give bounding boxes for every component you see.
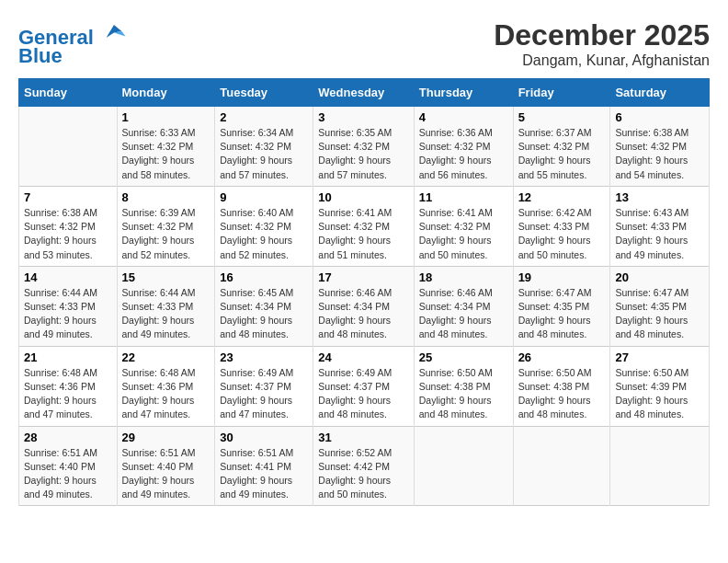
calendar-cell: 3Sunrise: 6:35 AM Sunset: 4:32 PM Daylig… bbox=[313, 107, 414, 187]
day-info: Sunrise: 6:52 AM Sunset: 4:42 PM Dayligh… bbox=[318, 446, 408, 502]
calendar-cell: 21Sunrise: 6:48 AM Sunset: 4:36 PM Dayli… bbox=[19, 346, 118, 426]
day-info: Sunrise: 6:50 AM Sunset: 4:38 PM Dayligh… bbox=[419, 366, 508, 422]
day-number: 28 bbox=[24, 431, 112, 444]
logo: General Blue bbox=[18, 18, 127, 67]
day-number: 20 bbox=[615, 270, 704, 284]
week-row-2: 7Sunrise: 6:38 AM Sunset: 4:32 PM Daylig… bbox=[19, 186, 710, 266]
day-info: Sunrise: 6:44 AM Sunset: 4:33 PM Dayligh… bbox=[24, 286, 112, 342]
header-sunday: Sunday bbox=[19, 79, 118, 107]
day-info: Sunrise: 6:42 AM Sunset: 4:33 PM Dayligh… bbox=[518, 206, 606, 262]
day-number: 22 bbox=[122, 350, 210, 364]
logo-bird-icon bbox=[101, 18, 127, 44]
day-info: Sunrise: 6:46 AM Sunset: 4:34 PM Dayligh… bbox=[419, 286, 508, 342]
calendar-cell: 7Sunrise: 6:38 AM Sunset: 4:32 PM Daylig… bbox=[19, 186, 118, 266]
calendar-cell: 15Sunrise: 6:44 AM Sunset: 4:33 PM Dayli… bbox=[117, 266, 215, 346]
title-block: December 2025 Dangam, Kunar, Afghanistan bbox=[494, 18, 710, 69]
calendar-cell: 13Sunrise: 6:43 AM Sunset: 4:33 PM Dayli… bbox=[610, 186, 710, 266]
calendar-cell: 12Sunrise: 6:42 AM Sunset: 4:33 PM Dayli… bbox=[513, 186, 610, 266]
day-number: 24 bbox=[318, 350, 408, 364]
week-row-5: 28Sunrise: 6:51 AM Sunset: 4:40 PM Dayli… bbox=[19, 426, 710, 506]
day-info: Sunrise: 6:38 AM Sunset: 4:32 PM Dayligh… bbox=[24, 206, 112, 262]
day-info: Sunrise: 6:47 AM Sunset: 4:35 PM Dayligh… bbox=[615, 286, 704, 342]
calendar-cell: 20Sunrise: 6:47 AM Sunset: 4:35 PM Dayli… bbox=[610, 266, 710, 346]
calendar-cell: 9Sunrise: 6:40 AM Sunset: 4:32 PM Daylig… bbox=[215, 186, 313, 266]
calendar-cell: 19Sunrise: 6:47 AM Sunset: 4:35 PM Dayli… bbox=[513, 266, 610, 346]
day-info: Sunrise: 6:51 AM Sunset: 4:41 PM Dayligh… bbox=[220, 446, 308, 502]
day-number: 29 bbox=[122, 431, 210, 444]
day-info: Sunrise: 6:48 AM Sunset: 4:36 PM Dayligh… bbox=[122, 366, 210, 422]
week-row-4: 21Sunrise: 6:48 AM Sunset: 4:36 PM Dayli… bbox=[19, 346, 710, 426]
day-number: 4 bbox=[419, 110, 508, 124]
calendar-cell bbox=[610, 426, 710, 506]
calendar-cell bbox=[513, 426, 610, 506]
page-header: General Blue December 2025 Dangam, Kunar… bbox=[18, 18, 710, 69]
calendar-cell: 28Sunrise: 6:51 AM Sunset: 4:40 PM Dayli… bbox=[19, 426, 118, 506]
day-number: 19 bbox=[518, 270, 606, 284]
calendar-cell: 23Sunrise: 6:49 AM Sunset: 4:37 PM Dayli… bbox=[215, 346, 313, 426]
day-info: Sunrise: 6:36 AM Sunset: 4:32 PM Dayligh… bbox=[419, 126, 508, 182]
day-number: 15 bbox=[122, 270, 210, 284]
calendar-cell: 10Sunrise: 6:41 AM Sunset: 4:32 PM Dayli… bbox=[313, 186, 414, 266]
day-info: Sunrise: 6:45 AM Sunset: 4:34 PM Dayligh… bbox=[220, 286, 308, 342]
day-info: Sunrise: 6:40 AM Sunset: 4:32 PM Dayligh… bbox=[220, 206, 308, 262]
calendar-cell: 26Sunrise: 6:50 AM Sunset: 4:38 PM Dayli… bbox=[513, 346, 610, 426]
day-number: 13 bbox=[615, 190, 704, 204]
day-info: Sunrise: 6:43 AM Sunset: 4:33 PM Dayligh… bbox=[615, 206, 704, 262]
day-info: Sunrise: 6:48 AM Sunset: 4:36 PM Dayligh… bbox=[24, 366, 112, 422]
day-number: 9 bbox=[220, 190, 308, 204]
day-info: Sunrise: 6:51 AM Sunset: 4:40 PM Dayligh… bbox=[24, 446, 112, 502]
calendar-cell: 2Sunrise: 6:34 AM Sunset: 4:32 PM Daylig… bbox=[215, 107, 313, 187]
week-row-1: 1Sunrise: 6:33 AM Sunset: 4:32 PM Daylig… bbox=[19, 107, 710, 187]
day-number: 7 bbox=[24, 190, 112, 204]
calendar-cell: 27Sunrise: 6:50 AM Sunset: 4:39 PM Dayli… bbox=[610, 346, 710, 426]
day-number: 31 bbox=[318, 431, 408, 444]
calendar-cell: 16Sunrise: 6:45 AM Sunset: 4:34 PM Dayli… bbox=[215, 266, 313, 346]
header-saturday: Saturday bbox=[610, 79, 710, 107]
header-monday: Monday bbox=[117, 79, 215, 107]
day-info: Sunrise: 6:37 AM Sunset: 4:32 PM Dayligh… bbox=[518, 126, 606, 182]
day-info: Sunrise: 6:35 AM Sunset: 4:32 PM Dayligh… bbox=[318, 126, 408, 182]
day-info: Sunrise: 6:46 AM Sunset: 4:34 PM Dayligh… bbox=[318, 286, 408, 342]
day-number: 2 bbox=[220, 110, 308, 124]
calendar-cell: 29Sunrise: 6:51 AM Sunset: 4:40 PM Dayli… bbox=[117, 426, 215, 506]
day-number: 16 bbox=[220, 270, 308, 284]
header-wednesday: Wednesday bbox=[313, 79, 414, 107]
calendar-cell: 18Sunrise: 6:46 AM Sunset: 4:34 PM Dayli… bbox=[414, 266, 513, 346]
day-number: 26 bbox=[518, 350, 606, 364]
day-number: 8 bbox=[122, 190, 210, 204]
day-number: 30 bbox=[220, 431, 308, 444]
day-number: 14 bbox=[24, 270, 112, 284]
calendar-cell: 31Sunrise: 6:52 AM Sunset: 4:42 PM Dayli… bbox=[313, 426, 414, 506]
month-title: December 2025 bbox=[494, 18, 710, 52]
calendar-cell bbox=[19, 107, 118, 187]
day-number: 21 bbox=[24, 350, 112, 364]
calendar-cell: 22Sunrise: 6:48 AM Sunset: 4:36 PM Dayli… bbox=[117, 346, 215, 426]
day-number: 12 bbox=[518, 190, 606, 204]
day-number: 6 bbox=[615, 110, 704, 124]
day-number: 3 bbox=[318, 110, 408, 124]
day-info: Sunrise: 6:49 AM Sunset: 4:37 PM Dayligh… bbox=[220, 366, 308, 422]
calendar-cell: 24Sunrise: 6:49 AM Sunset: 4:37 PM Dayli… bbox=[313, 346, 414, 426]
calendar-cell: 14Sunrise: 6:44 AM Sunset: 4:33 PM Dayli… bbox=[19, 266, 118, 346]
day-info: Sunrise: 6:47 AM Sunset: 4:35 PM Dayligh… bbox=[518, 286, 606, 342]
week-row-3: 14Sunrise: 6:44 AM Sunset: 4:33 PM Dayli… bbox=[19, 266, 710, 346]
header-thursday: Thursday bbox=[414, 79, 513, 107]
calendar-cell: 17Sunrise: 6:46 AM Sunset: 4:34 PM Dayli… bbox=[313, 266, 414, 346]
calendar-cell: 30Sunrise: 6:51 AM Sunset: 4:41 PM Dayli… bbox=[215, 426, 313, 506]
day-number: 11 bbox=[419, 190, 508, 204]
day-info: Sunrise: 6:49 AM Sunset: 4:37 PM Dayligh… bbox=[318, 366, 408, 422]
day-number: 18 bbox=[419, 270, 508, 284]
calendar-cell: 5Sunrise: 6:37 AM Sunset: 4:32 PM Daylig… bbox=[513, 107, 610, 187]
calendar-cell: 6Sunrise: 6:38 AM Sunset: 4:32 PM Daylig… bbox=[610, 107, 710, 187]
day-info: Sunrise: 6:41 AM Sunset: 4:32 PM Dayligh… bbox=[318, 206, 408, 262]
calendar-cell: 11Sunrise: 6:41 AM Sunset: 4:32 PM Dayli… bbox=[414, 186, 513, 266]
day-info: Sunrise: 6:39 AM Sunset: 4:32 PM Dayligh… bbox=[122, 206, 210, 262]
day-info: Sunrise: 6:50 AM Sunset: 4:38 PM Dayligh… bbox=[518, 366, 606, 422]
day-info: Sunrise: 6:38 AM Sunset: 4:32 PM Dayligh… bbox=[615, 126, 704, 182]
day-number: 17 bbox=[318, 270, 408, 284]
calendar-header-row: SundayMondayTuesdayWednesdayThursdayFrid… bbox=[19, 79, 710, 107]
svg-marker-0 bbox=[107, 25, 122, 38]
day-info: Sunrise: 6:41 AM Sunset: 4:32 PM Dayligh… bbox=[419, 206, 508, 262]
day-number: 27 bbox=[615, 350, 704, 364]
day-number: 10 bbox=[318, 190, 408, 204]
